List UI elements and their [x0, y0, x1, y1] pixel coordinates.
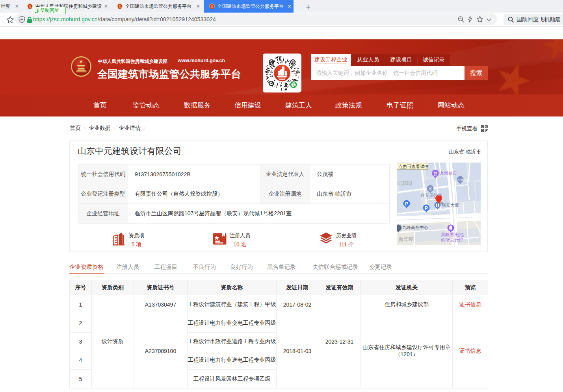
svg-text:ATM: ATM: [457, 178, 463, 181]
svg-text:风帆蓄电池: 风帆蓄电池: [441, 232, 464, 237]
svg-text:九州超市: 九州超市: [440, 171, 457, 176]
svg-text:记花园: 记花园: [397, 180, 412, 186]
svg-text:新华苑: 新华苑: [398, 236, 414, 242]
svg-text:P: P: [405, 201, 408, 207]
svg-text:P: P: [425, 205, 428, 211]
svg-text:联安大厦: 联安大厦: [442, 203, 459, 207]
svg-text:九峰商务中心: 九峰商务中心: [402, 225, 428, 230]
svg-text:点击可查看详情: 点击可查看详情: [398, 164, 429, 169]
svg-text:临沂总代理: 临沂总代理: [441, 238, 464, 242]
